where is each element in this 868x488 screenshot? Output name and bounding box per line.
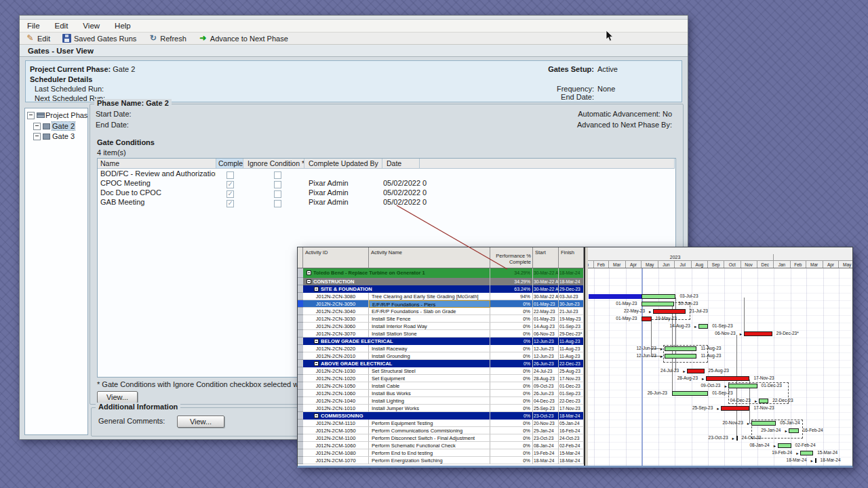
- gantt-activity-name[interactable]: Perform Communications Commisioning: [369, 427, 490, 434]
- gantt-column-header-name[interactable]: Activity Name: [369, 247, 490, 268]
- collapse-icon[interactable]: [33, 123, 41, 130]
- menu-file[interactable]: File: [20, 22, 47, 30]
- gantt-bar-red[interactable]: [687, 369, 704, 373]
- collapse-icon[interactable]: [314, 361, 319, 366]
- column-header-name[interactable]: Name: [98, 159, 216, 169]
- gantt-activity-name[interactable]: Perform End to End testing: [369, 449, 490, 457]
- row-indicator[interactable]: [298, 434, 303, 442]
- row-indicator[interactable]: [298, 300, 303, 308]
- gantt-activity-name[interactable]: Install Interior Road Way: [369, 323, 490, 330]
- toolbar-advance-to-next-phase[interactable]: Advance to Next Phase: [193, 33, 294, 44]
- row-indicator[interactable]: [298, 278, 303, 285]
- gantt-column-header-id[interactable]: Activity ID: [303, 247, 369, 268]
- collapse-icon[interactable]: [314, 339, 319, 344]
- gantt-bar-green[interactable]: [665, 346, 697, 351]
- gantt-activity-name[interactable]: Perform Disconnect Switch - Final Adjust…: [369, 434, 490, 442]
- gantt-section-row[interactable]: COMMISSIONING: [303, 412, 490, 420]
- gantt-activity-name[interactable]: Tree Clearing and Early Site Grading [Mc…: [369, 293, 490, 300]
- row-indicator[interactable]: [298, 457, 303, 464]
- gantt-bar-green[interactable]: [728, 384, 757, 388]
- row-indicator[interactable]: [298, 352, 303, 360]
- gantt-bar-green[interactable]: [642, 302, 674, 306]
- collapse-icon[interactable]: [307, 279, 311, 284]
- collapse-icon[interactable]: [307, 270, 311, 275]
- gate-condition-row[interactable]: CPOC MeetingPixar Admin05/02/2022 0: [98, 178, 675, 188]
- gantt-activity-id[interactable]: J012N-2CN-3050: [303, 300, 369, 308]
- gantt-activity-id[interactable]: J012N-2CN-3070: [303, 330, 369, 338]
- gantt-activity-name[interactable]: Set Equipment: [369, 375, 490, 382]
- row-indicator[interactable]: [298, 397, 303, 405]
- gantt-activity-name[interactable]: Install Grounding: [369, 352, 490, 360]
- gantt-section-row[interactable]: SITE & FOUNDATION: [303, 285, 490, 293]
- gantt-activity-id[interactable]: J012N-2CN-1030: [303, 367, 369, 375]
- gantt-column-header-start[interactable]: Start: [533, 247, 559, 268]
- row-indicator[interactable]: [298, 405, 303, 412]
- view-button[interactable]: View...: [97, 391, 138, 403]
- gantt-activity-name[interactable]: Install Jumper Works: [369, 405, 490, 412]
- gantt-bar-green[interactable]: [698, 324, 708, 329]
- row-indicator[interactable]: [298, 285, 303, 293]
- row-indicator[interactable]: [298, 412, 303, 420]
- gate-condition-row[interactable]: Doc Due to CPOCPixar Admin05/02/2022 0: [98, 188, 675, 197]
- gantt-activity-id[interactable]: J012N-2CM-1070: [303, 457, 369, 464]
- gantt-activity-name[interactable]: Install Lighting: [369, 397, 490, 405]
- gantt-bar-blue[interactable]: [589, 294, 642, 299]
- gantt-bar-green[interactable]: [751, 421, 776, 426]
- gantt-activity-name[interactable]: E/F/R/P Foundations - Piers: [369, 300, 490, 308]
- gantt-activity-id[interactable]: J012N-2CM-1060: [303, 442, 369, 449]
- row-indicator[interactable]: [298, 293, 303, 300]
- gantt-activity-id[interactable]: J012N-2CN-2020: [303, 345, 369, 352]
- column-header-date[interactable]: Date: [382, 159, 420, 169]
- gantt-bar-black[interactable]: [815, 458, 816, 463]
- gantt-activity-id[interactable]: J012N-2CN-3040: [303, 308, 369, 315]
- row-indicator[interactable]: [298, 268, 303, 278]
- gantt-bar-green[interactable]: [759, 399, 768, 403]
- toolbar-saved-gates-runs[interactable]: Saved Gates Runs: [56, 33, 142, 44]
- gantt-bar-green[interactable]: [778, 443, 791, 448]
- gantt-bar-red[interactable]: [642, 317, 651, 321]
- row-indicator[interactable]: [298, 375, 303, 382]
- gantt-activity-id[interactable]: J012N-2CN-2010: [303, 352, 369, 360]
- gantt-activity-name[interactable]: Install Bus Works: [369, 390, 490, 397]
- gantt-activity-name[interactable]: Set Structural Steel: [369, 367, 490, 375]
- ignore-condition-checkbox[interactable]: [274, 198, 281, 210]
- column-header-complete-updated-by[interactable]: Complete Updated By: [304, 159, 382, 169]
- gantt-bar-red[interactable]: [721, 406, 749, 411]
- gantt-column-header-finish[interactable]: Finish: [559, 247, 584, 268]
- row-indicator[interactable]: [298, 390, 303, 397]
- gantt-column-header-perf[interactable]: Performance %Complete: [490, 247, 533, 268]
- gantt-activity-name[interactable]: Install Raceway: [369, 345, 490, 352]
- gantt-bar-red[interactable]: [653, 309, 686, 314]
- gate-condition-row[interactable]: GAB MeetingPixar Admin05/02/2022 0: [98, 197, 675, 207]
- gantt-activity-id[interactable]: J012N-2CN-3030: [303, 315, 369, 323]
- toolbar-refresh[interactable]: Refresh: [142, 33, 193, 44]
- tree-root-project-phases[interactable]: Project Phases: [27, 111, 88, 119]
- gantt-activity-name[interactable]: Perform Equipment Testing: [369, 420, 490, 427]
- row-indicator[interactable]: [298, 360, 303, 367]
- gantt-activity-name[interactable]: E/F/R/P Foundations - Slab on Grade: [369, 308, 490, 315]
- collapse-icon[interactable]: [314, 413, 319, 418]
- gantt-bar-green[interactable]: [642, 294, 675, 299]
- gantt-bar-black[interactable]: [736, 436, 738, 441]
- gantt-bar-green[interactable]: [800, 451, 813, 455]
- gantt-activity-id[interactable]: J012N-2CM-1110: [303, 420, 369, 427]
- gantt-bar-green[interactable]: [789, 428, 798, 433]
- row-indicator[interactable]: [298, 330, 303, 338]
- column-header-complete[interactable]: Complete: [216, 159, 243, 169]
- gantt-activity-id[interactable]: J012N-2CN-3060: [303, 323, 369, 330]
- gantt-bar-green[interactable]: [665, 354, 697, 359]
- gantt-activity-id[interactable]: J012N-2CN-1050: [303, 382, 369, 390]
- row-indicator[interactable]: [298, 382, 303, 390]
- collapse-icon[interactable]: [33, 133, 41, 140]
- row-indicator[interactable]: [298, 345, 303, 352]
- gantt-activity-id[interactable]: J012N-2CN-3080: [303, 293, 369, 300]
- row-indicator[interactable]: [298, 323, 303, 330]
- menu-help[interactable]: Help: [107, 22, 138, 30]
- gantt-section-row[interactable]: ABOVE GRADE ELECTRICAL: [303, 360, 490, 367]
- gantt-activity-name[interactable]: Install Site Fence: [369, 315, 490, 323]
- gantt-section-row[interactable]: Toledo Bend - Replace Turbine on Generat…: [303, 268, 490, 278]
- gantt-activity-id[interactable]: J012N-2CN-1020: [303, 375, 369, 382]
- gantt-section-row[interactable]: CONSTRUCTION: [303, 278, 490, 285]
- row-indicator[interactable]: [298, 442, 303, 449]
- column-header-ignore-condition-[interactable]: Ignore Condition *: [243, 159, 304, 169]
